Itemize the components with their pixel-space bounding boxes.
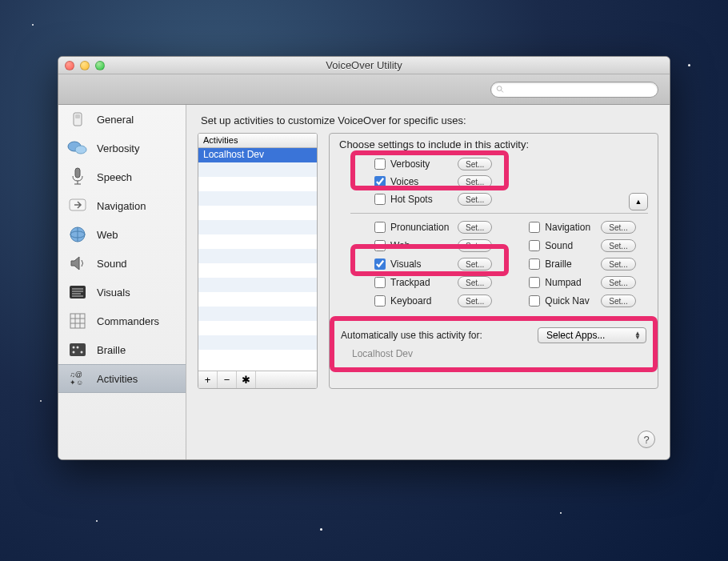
- sidebar-item-activities[interactable]: ♫@✦☺ Activities: [58, 364, 186, 393]
- checkbox-keyboard[interactable]: [374, 295, 386, 307]
- set-button-navigation[interactable]: Set...: [601, 221, 635, 234]
- select-apps-dropdown[interactable]: Select Apps... ▲▼: [538, 327, 646, 343]
- sidebar: General Verbosity Speech Navigation Web …: [58, 105, 186, 459]
- voiceover-utility-window: VoiceOver Utility General Verbosity Spee…: [58, 56, 670, 460]
- setting-label: Trackpad: [390, 277, 458, 288]
- setting-row-visuals: Visuals Set...: [374, 255, 492, 273]
- activities-list-body[interactable]: Localhost Dev: [198, 148, 317, 371]
- divider: [350, 213, 648, 214]
- sidebar-item-label: Activities: [97, 373, 138, 385]
- setting-label: Keyboard: [390, 295, 458, 307]
- switch-icon: [66, 108, 89, 130]
- collapse-button[interactable]: ▲: [629, 193, 648, 210]
- set-button-sound[interactable]: Set...: [601, 239, 635, 252]
- sidebar-item-commanders[interactable]: Commanders: [58, 307, 186, 335]
- svg-rect-23: [70, 343, 86, 356]
- activity-settings-button[interactable]: ✱: [237, 371, 256, 388]
- setting-row-sound: Sound Set...: [529, 237, 635, 254]
- help-button[interactable]: ?: [638, 431, 655, 448]
- auto-use-section: Automatically use this activity for: Sel…: [339, 324, 648, 363]
- setting-label: Braille: [545, 258, 601, 270]
- checkbox-verbosity[interactable]: [374, 158, 386, 170]
- set-button-trackpad[interactable]: Set...: [458, 276, 492, 289]
- setting-label: Web: [390, 240, 458, 251]
- braille-icon: [66, 339, 89, 361]
- window-title: VoiceOver Utility: [58, 59, 670, 71]
- auto-use-value: Localhost Dev: [352, 348, 646, 359]
- set-button-keyboard[interactable]: Set...: [458, 295, 492, 307]
- sidebar-item-verbosity[interactable]: Verbosity: [58, 134, 186, 162]
- sidebar-item-label: Verbosity: [97, 142, 139, 154]
- gear-icon: ✱: [242, 374, 250, 386]
- setting-label: Navigation: [545, 222, 601, 233]
- setting-row-trackpad: Trackpad Set...: [374, 274, 492, 291]
- search-icon: [496, 85, 504, 94]
- set-button-verbosity[interactable]: Set...: [458, 158, 492, 170]
- setting-row-quicknav: Quick Nav Set...: [529, 292, 635, 310]
- add-activity-button[interactable]: +: [198, 371, 218, 388]
- text-block-icon: [66, 281, 89, 303]
- search-input[interactable]: [507, 85, 653, 94]
- activities-list-header: Activities: [198, 134, 317, 148]
- globe-icon: [66, 223, 89, 246]
- sidebar-item-label: Speech: [97, 171, 132, 183]
- setting-row-voices: Voices Set...: [374, 173, 648, 190]
- dropdown-arrows-icon: ▲▼: [634, 331, 641, 339]
- sidebar-item-label: Visuals: [97, 287, 130, 299]
- svg-line-1: [501, 90, 503, 93]
- chevron-up-icon: ▲: [635, 198, 642, 206]
- sidebar-item-braille[interactable]: Braille: [58, 335, 186, 364]
- checkbox-visuals[interactable]: [374, 258, 386, 270]
- svg-text:✦☺: ✦☺: [70, 379, 83, 387]
- set-button-voices[interactable]: Set...: [458, 175, 492, 188]
- setting-label: Voices: [390, 176, 458, 187]
- svg-rect-18: [70, 314, 85, 328]
- checkbox-braille[interactable]: [529, 258, 540, 270]
- setting-row-keyboard: Keyboard Set...: [374, 292, 492, 310]
- set-button-hotspots[interactable]: Set...: [458, 193, 492, 206]
- titlebar: VoiceOver Utility: [58, 57, 670, 74]
- sidebar-item-sound[interactable]: Sound: [58, 249, 186, 278]
- svg-point-5: [75, 146, 86, 154]
- checkbox-web[interactable]: [374, 240, 386, 251]
- set-button-numpad[interactable]: Set...: [601, 276, 635, 289]
- speaker-icon: [66, 252, 89, 274]
- svg-rect-6: [75, 168, 80, 178]
- checkbox-hotspots[interactable]: [374, 194, 386, 205]
- svg-point-24: [73, 347, 75, 349]
- set-button-braille[interactable]: Set...: [601, 258, 635, 270]
- setting-label: Quick Nav: [545, 295, 601, 307]
- svg-point-0: [497, 86, 502, 91]
- auto-use-label: Automatically use this activity for:: [341, 330, 482, 341]
- checkbox-sound[interactable]: [529, 240, 540, 251]
- set-button-pronunciation[interactable]: Set...: [458, 221, 492, 234]
- set-button-web[interactable]: Set...: [458, 239, 492, 252]
- activity-row[interactable]: Localhost Dev: [198, 148, 317, 162]
- sidebar-item-label: Braille: [97, 344, 126, 356]
- svg-point-26: [77, 347, 79, 349]
- content-area: Set up activities to customize VoiceOver…: [186, 105, 670, 459]
- checkbox-quicknav[interactable]: [529, 295, 540, 307]
- checkbox-pronunciation[interactable]: [374, 222, 386, 233]
- checkbox-voices[interactable]: [374, 176, 386, 187]
- sidebar-item-visuals[interactable]: Visuals: [58, 278, 186, 307]
- checkbox-trackpad[interactable]: [374, 277, 386, 288]
- search-field[interactable]: [490, 82, 658, 98]
- checkbox-navigation[interactable]: [529, 222, 540, 233]
- remove-activity-button[interactable]: −: [218, 371, 237, 388]
- sidebar-item-label: Web: [97, 229, 118, 241]
- grid-icon: [66, 310, 89, 332]
- svg-point-27: [81, 351, 83, 354]
- sidebar-item-label: General: [97, 114, 134, 126]
- sidebar-item-web[interactable]: Web: [58, 220, 186, 249]
- sidebar-item-general[interactable]: General: [58, 105, 186, 134]
- set-button-quicknav[interactable]: Set...: [601, 295, 635, 307]
- sidebar-item-speech[interactable]: Speech: [58, 162, 186, 191]
- set-button-visuals[interactable]: Set...: [458, 258, 492, 270]
- checkbox-numpad[interactable]: [529, 277, 540, 288]
- setting-label: Visuals: [390, 258, 458, 270]
- activities-icon: ♫@✦☺: [66, 367, 89, 390]
- sidebar-item-navigation[interactable]: Navigation: [58, 191, 186, 220]
- setting-row-pronunciation: Pronunciation Set...: [374, 218, 492, 236]
- sidebar-item-label: Navigation: [97, 200, 146, 212]
